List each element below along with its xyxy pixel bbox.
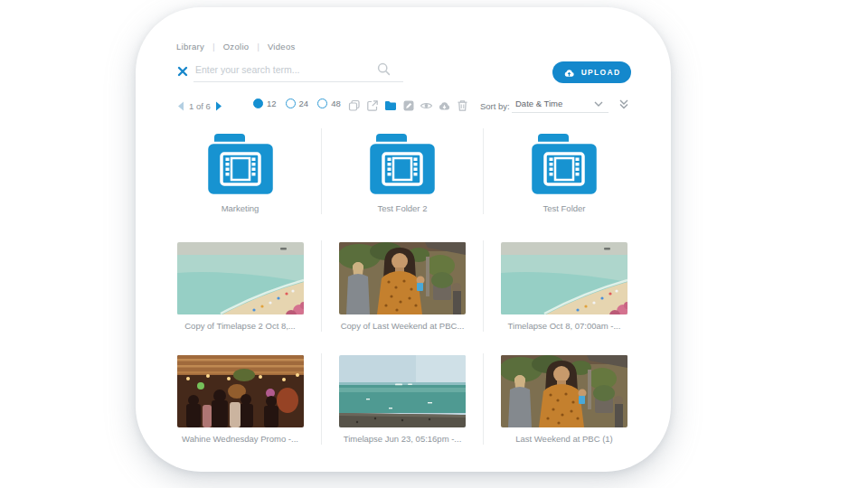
sort-by-label: Sort by: xyxy=(480,101,510,111)
page-size-24[interactable]: 24 xyxy=(286,99,309,108)
upload-button[interactable]: UPLOAD xyxy=(552,61,631,83)
video-label: Copy of Last Weekend at PBC... xyxy=(341,321,465,331)
video-folder-icon xyxy=(202,132,279,197)
search-input[interactable] xyxy=(195,61,372,78)
action-toolbar xyxy=(347,99,469,112)
video-row: Copy of Timelapse 2 Oct 8,... xyxy=(159,240,645,332)
video-item[interactable]: Timelapse Jun 23, 05:16pm -... xyxy=(321,353,483,445)
video-thumbnail-beach-aerial[interactable] xyxy=(501,242,627,314)
magnifier-icon[interactable] xyxy=(377,62,391,76)
breadcrumb: Library | Ozolio | Videos xyxy=(176,42,296,52)
open-in-new-icon[interactable] xyxy=(365,99,379,112)
video-item[interactable]: Timelapse Oct 8, 07:00am -... xyxy=(483,240,645,332)
upload-label: UPLOAD xyxy=(581,68,621,77)
page-size-12[interactable]: 12 xyxy=(253,99,277,108)
duplicate-icon[interactable] xyxy=(347,99,361,112)
video-label: Last Weekend at PBC (1) xyxy=(515,434,613,444)
video-thumbnail-night-bar[interactable] xyxy=(177,355,304,427)
breadcrumb-ozolio[interactable]: Ozolio xyxy=(223,42,250,52)
video-item[interactable]: Copy of Last Weekend at PBC... xyxy=(321,240,483,332)
folder-label: Marketing xyxy=(222,203,259,213)
video-thumbnail-ocean-horizon[interactable] xyxy=(339,355,466,427)
radio-label: 48 xyxy=(331,99,341,108)
breadcrumb-videos[interactable]: Videos xyxy=(268,42,296,52)
video-label: Wahine Wednesday Promo -... xyxy=(182,434,298,444)
video-item[interactable]: Copy of Timelapse 2 Oct 8,... xyxy=(159,240,321,332)
pagination: 1 of 6 xyxy=(177,99,222,112)
video-label: Copy of Timelapse 2 Oct 8,... xyxy=(184,321,296,331)
sort-select[interactable]: Date & Time xyxy=(512,93,609,113)
video-label: Timelapse Jun 23, 05:16pm -... xyxy=(344,434,462,444)
video-thumbnail-beach-aerial[interactable] xyxy=(177,242,304,314)
folder-icon[interactable] xyxy=(383,99,397,112)
eye-icon[interactable] xyxy=(420,99,433,112)
search-field xyxy=(193,58,403,82)
video-thumbnail-person-bar[interactable] xyxy=(501,355,627,427)
page: Library | Ozolio | Videos UPLOAD 1 of 6 … xyxy=(0,0,868,488)
page-size-group: 12 24 48 xyxy=(253,99,341,108)
double-chevron-down-icon[interactable] xyxy=(618,98,629,109)
folder-item[interactable]: Test Folder 2 xyxy=(321,128,483,214)
next-page-icon[interactable] xyxy=(215,101,222,111)
folder-item[interactable]: Test Folder xyxy=(483,128,645,214)
chevron-down-icon xyxy=(594,101,603,107)
folder-row: Marketing Test Folder 2 xyxy=(159,128,645,214)
folder-item[interactable]: Marketing xyxy=(159,128,321,214)
video-folder-icon xyxy=(363,132,441,197)
cloud-upload-icon xyxy=(563,68,575,78)
radio-icon xyxy=(286,99,296,108)
folder-label: Test Folder xyxy=(543,203,586,213)
cloud-download-icon[interactable] xyxy=(438,99,451,112)
page-size-48[interactable]: 48 xyxy=(317,99,341,108)
breadcrumb-library[interactable]: Library xyxy=(176,42,204,52)
breadcrumb-separator: | xyxy=(257,42,259,52)
video-row: Wahine Wednesday Promo -... Timelapse Ju… xyxy=(159,353,645,445)
radio-label: 24 xyxy=(299,99,309,108)
radio-icon xyxy=(317,99,327,108)
video-item[interactable]: Wahine Wednesday Promo -... xyxy=(159,353,321,445)
folder-label: Test Folder 2 xyxy=(378,203,428,213)
breadcrumb-separator: | xyxy=(212,42,215,52)
sort-value: Date & Time xyxy=(515,99,562,108)
radio-icon xyxy=(253,99,263,108)
prev-page-icon[interactable] xyxy=(177,101,184,111)
edit-icon[interactable] xyxy=(401,99,415,112)
video-item[interactable]: Last Weekend at PBC (1) xyxy=(483,353,645,445)
video-thumbnail-person-bar[interactable] xyxy=(339,242,466,314)
trash-icon[interactable] xyxy=(456,99,469,112)
search-clear-icon[interactable] xyxy=(177,64,188,75)
page-indicator: 1 of 6 xyxy=(189,101,211,111)
video-folder-icon xyxy=(525,132,603,197)
radio-label: 12 xyxy=(267,99,277,108)
video-label: Timelapse Oct 8, 07:00am -... xyxy=(508,321,621,331)
